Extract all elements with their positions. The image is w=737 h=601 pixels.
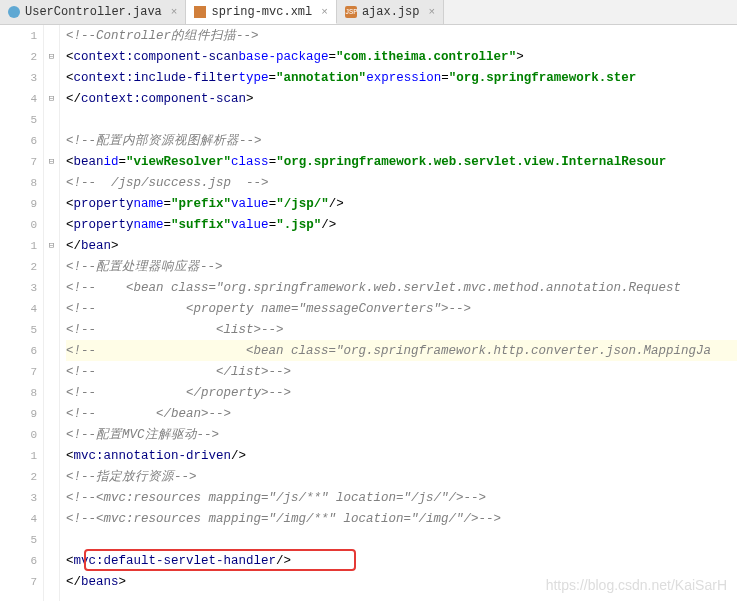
- line-number: 2: [0, 256, 43, 277]
- line-number: 3: [0, 67, 43, 88]
- line-number: 7: [0, 571, 43, 592]
- fold-icon[interactable]: ⊟: [44, 151, 59, 172]
- line-number: 1: [0, 235, 43, 256]
- fold-icon[interactable]: ⊟: [44, 46, 59, 67]
- tab-ajax-jsp[interactable]: JSP ajax.jsp ×: [337, 0, 444, 24]
- tab-spring-mvc-xml[interactable]: spring-mvc.xml ×: [186, 0, 336, 24]
- xml-comment: <!-- /jsp/success.jsp -->: [66, 176, 269, 190]
- line-number: 0: [0, 214, 43, 235]
- fold-column: ⊟ ⊟ ⊟ ⊟: [44, 25, 60, 601]
- fold-icon[interactable]: ⊟: [44, 235, 59, 256]
- line-number: 5: [0, 109, 43, 130]
- line-number: 8: [0, 172, 43, 193]
- line-number: 6: [0, 340, 43, 361]
- line-number: 7: [0, 361, 43, 382]
- line-number: 2: [0, 466, 43, 487]
- line-number: 5: [0, 529, 43, 550]
- xml-comment: <!-- </bean>-->: [66, 407, 231, 421]
- xml-comment: <!--配置内部资源视图解析器-->: [66, 132, 262, 149]
- highlight-box: [84, 549, 356, 571]
- line-number: 7: [0, 151, 43, 172]
- line-number: 1: [0, 445, 43, 466]
- line-number: 5: [0, 319, 43, 340]
- line-number: 9: [0, 193, 43, 214]
- tab-label: ajax.jsp: [362, 5, 420, 19]
- line-gutter: 1 2 3 4 5 6 7 8 9 0 1 2 3 4 5 6 7 8 9 0 …: [0, 25, 44, 601]
- line-number: 3: [0, 487, 43, 508]
- code-editor: 1 2 3 4 5 6 7 8 9 0 1 2 3 4 5 6 7 8 9 0 …: [0, 25, 737, 601]
- xml-comment: <!-- <list>-->: [66, 323, 284, 337]
- line-number: 1: [0, 25, 43, 46]
- watermark-text: https://blog.csdn.net/KaiSarH: [546, 577, 727, 593]
- line-number: 8: [0, 382, 43, 403]
- close-icon[interactable]: ×: [428, 6, 435, 18]
- tab-label: UserController.java: [25, 5, 162, 19]
- close-icon[interactable]: ×: [171, 6, 178, 18]
- fold-icon[interactable]: ⊟: [44, 88, 59, 109]
- fold-icon[interactable]: [44, 25, 59, 46]
- xml-comment: <!--Controller的组件扫描-->: [66, 27, 259, 44]
- xml-comment: <!--指定放行资源-->: [66, 468, 197, 485]
- line-number: 4: [0, 88, 43, 109]
- xml-comment: <!-- </list>-->: [66, 365, 291, 379]
- xml-comment: <!--<mvc:resources mapping="/js/**" loca…: [66, 491, 486, 505]
- jsp-file-icon: JSP: [345, 6, 357, 18]
- xml-file-icon: [194, 6, 206, 18]
- tab-usercontroller[interactable]: UserController.java ×: [0, 0, 186, 24]
- tab-label: spring-mvc.xml: [211, 5, 312, 19]
- code-content[interactable]: <!--Controller的组件扫描--> <context:componen…: [60, 25, 737, 601]
- java-file-icon: [8, 6, 20, 18]
- line-number: 3: [0, 277, 43, 298]
- xml-comment: <!-- <bean class="org.springframework.ht…: [66, 344, 711, 358]
- xml-comment: <!--配置处理器响应器-->: [66, 258, 223, 275]
- xml-comment: <!-- </property>-->: [66, 386, 291, 400]
- line-number: 4: [0, 508, 43, 529]
- line-number: 2: [0, 46, 43, 67]
- editor-tabs: UserController.java × spring-mvc.xml × J…: [0, 0, 737, 25]
- xml-comment: <!--配置MVC注解驱动-->: [66, 426, 219, 443]
- xml-comment: <!-- <bean class="org.springframework.we…: [66, 281, 681, 295]
- line-number: 4: [0, 298, 43, 319]
- line-number: 0: [0, 424, 43, 445]
- line-number: 6: [0, 130, 43, 151]
- xml-comment: <!--<mvc:resources mapping="/img/**" loc…: [66, 512, 501, 526]
- xml-comment: <!-- <property name="messageConverters">…: [66, 302, 471, 316]
- close-icon[interactable]: ×: [321, 6, 328, 18]
- line-number: 6: [0, 550, 43, 571]
- line-number: 9: [0, 403, 43, 424]
